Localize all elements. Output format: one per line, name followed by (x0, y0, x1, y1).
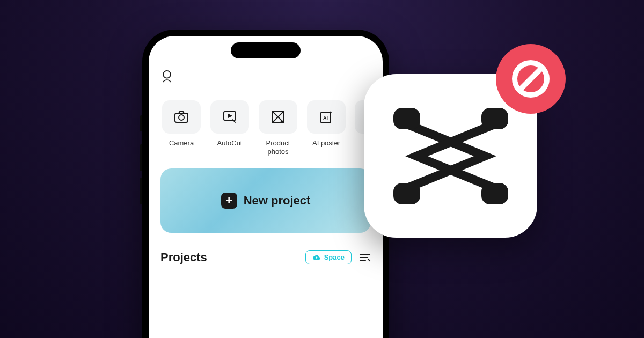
autocut-icon (223, 111, 237, 123)
svg-rect-10 (487, 113, 503, 124)
prohibited-icon (509, 57, 552, 100)
new-project-button[interactable]: + New project (160, 168, 371, 233)
phone-side-buttons (140, 115, 142, 211)
tool-label: Camera (169, 139, 194, 148)
tool-ai-poster[interactable]: AI AI poster (305, 100, 347, 156)
profile-button[interactable] (160, 70, 371, 83)
svg-text:AI: AI (323, 115, 328, 121)
capcut-logo-icon (389, 102, 513, 210)
projects-title: Projects (160, 251, 207, 264)
plus-icon: + (221, 193, 237, 209)
svg-point-2 (179, 115, 184, 120)
profile-icon (160, 70, 173, 83)
space-label: Space (324, 253, 345, 261)
space-button[interactable]: Space (305, 250, 352, 264)
projects-header: Projects Space (160, 250, 371, 264)
list-edit-icon[interactable] (359, 253, 371, 262)
cloud-upload-icon (312, 254, 321, 261)
svg-point-0 (163, 71, 171, 78)
ai-poster-icon: AI (320, 110, 333, 124)
camera-icon (174, 111, 189, 123)
phone-notch (231, 42, 301, 58)
tools-row: Camera AutoCut AI (160, 100, 371, 156)
blocked-badge (496, 44, 566, 114)
svg-rect-9 (399, 188, 415, 199)
svg-rect-8 (399, 113, 415, 124)
svg-text:AI: AI (280, 119, 284, 123)
tool-autocut[interactable]: AutoCut (209, 100, 251, 156)
tool-label: AI poster (312, 139, 340, 148)
new-project-label: New project (244, 194, 311, 208)
phone-frame: Camera AutoCut AI (142, 30, 389, 338)
tool-camera[interactable]: Camera (160, 100, 202, 156)
tool-label: Product photos (257, 139, 299, 156)
svg-rect-11 (487, 188, 503, 199)
product-photos-icon: AI (271, 110, 285, 124)
tool-product-photos[interactable]: AI Product photos (257, 100, 299, 156)
phone-screen: Camera AutoCut AI (149, 36, 383, 338)
tool-label: AutoCut (217, 139, 243, 148)
